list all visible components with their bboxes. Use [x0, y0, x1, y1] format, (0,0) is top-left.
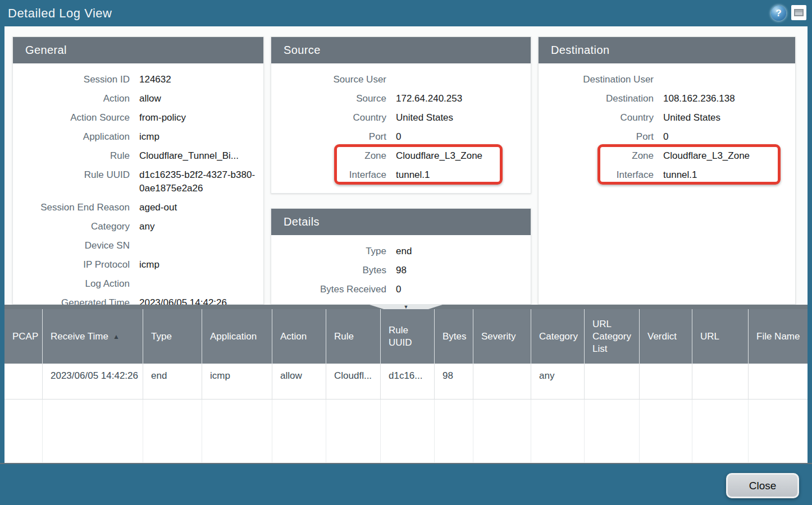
restore-window-icon[interactable] [791, 5, 806, 20]
panel-table-splitter: ▼ [4, 305, 808, 309]
column-header-rule[interactable]: Rule [326, 309, 381, 364]
field-value: United States [663, 111, 795, 125]
field-value: 108.162.236.138 [663, 92, 795, 105]
close-button[interactable]: Close [726, 473, 799, 498]
log-table-row[interactable]: 2023/06/05 14:42:26 end icmp allow Cloud… [4, 364, 808, 400]
field-value: 172.64.240.253 [396, 92, 531, 105]
field-label: Device SN [13, 239, 130, 252]
field-row-zone: Zone Cloudflare_L3_Zone [271, 146, 531, 166]
field-value: any [139, 220, 263, 233]
field-value: 124632 [139, 73, 263, 86]
general-panel: General Session ID 124632 Action allow A… [12, 36, 264, 305]
field-value: aged-out [139, 201, 263, 214]
field-row-action: Action allow [13, 89, 263, 108]
dialog-titlebar: Detailed Log View ? [0, 0, 812, 26]
field-label: IP Protocol [13, 258, 130, 272]
field-row-session-end-reason: Session End Reason aged-out [13, 198, 263, 217]
field-label: Source User [271, 73, 386, 86]
destination-panel: Destination Destination User Destination… [538, 36, 796, 305]
log-table-empty-area [4, 400, 808, 462]
field-row-bytes-received: Bytes Received 0 [271, 280, 531, 299]
field-label: Log Action [13, 277, 130, 291]
field-value [139, 277, 263, 291]
field-value: allow [139, 92, 263, 105]
field-value: Cloudflare_L3_Zone [663, 149, 795, 163]
help-icon[interactable]: ? [771, 6, 786, 21]
dialog-footer: Close [0, 463, 812, 505]
field-row-type: Type end [271, 242, 531, 261]
field-value: tunnel.1 [396, 168, 531, 182]
destination-zone-highlight-group: Zone Cloudflare_L3_Zone Interface tunnel… [539, 146, 795, 185]
general-panel-title: General [13, 37, 263, 63]
source-zone-highlight-group: Zone Cloudflare_L3_Zone Interface tunnel… [271, 146, 531, 185]
column-header-type[interactable]: Type [143, 309, 202, 364]
field-row-destination: Destination 108.162.236.138 [539, 89, 795, 108]
field-row-interface: Interface tunnel.1 [539, 166, 795, 185]
details-panel-title: Details [271, 209, 531, 235]
field-row-country: Country United States [539, 108, 795, 127]
dialog-body: General Session ID 124632 Action allow A… [4, 26, 808, 305]
column-header-severity[interactable]: Severity [473, 309, 531, 364]
cell-file-name [749, 364, 808, 399]
source-panel-title: Source [271, 37, 531, 63]
field-label: Session End Reason [13, 201, 130, 214]
column-header-category[interactable]: Category [531, 309, 585, 364]
column-header-pcap[interactable]: PCAP [4, 309, 43, 364]
field-label: Zone [271, 149, 386, 163]
field-row-session-id: Session ID 124632 [13, 70, 263, 89]
cell-severity [473, 364, 531, 399]
field-row-device-sn: Device SN [13, 236, 263, 255]
cell-action: allow [272, 364, 326, 399]
column-header-action[interactable]: Action [272, 309, 326, 364]
column-header-rule-uuid[interactable]: Rule UUID [381, 309, 435, 364]
details-panel: Details Type end Bytes 98 Bytes Received… [271, 208, 531, 305]
field-label: Bytes Received [271, 283, 386, 296]
field-label: Source [271, 92, 386, 105]
field-row-bytes: Bytes 98 [271, 261, 531, 280]
field-label: Destination [539, 92, 654, 105]
column-header-url-category-list[interactable]: URL Category List [585, 309, 640, 364]
field-value [663, 73, 795, 86]
field-label: Port [271, 130, 386, 144]
field-value: 0 [396, 283, 531, 296]
column-header-file-name[interactable]: File Name [749, 309, 808, 364]
cell-type: end [143, 364, 202, 399]
field-value: United States [396, 111, 531, 125]
cell-rule: Cloudfl... [326, 364, 381, 399]
field-row-category: Category any [13, 217, 263, 236]
cell-url-category-list [585, 364, 640, 399]
field-label: Destination User [539, 73, 654, 86]
cell-url [692, 364, 749, 399]
field-value: 2023/06/05 14:42:26 [139, 296, 263, 305]
field-label: Generated Time [13, 296, 130, 305]
column-header-url[interactable]: URL [692, 309, 749, 364]
sort-ascending-icon: ▲ [113, 330, 120, 343]
field-value: icmp [139, 258, 263, 272]
field-label: Session ID [13, 73, 130, 86]
field-label: Rule UUID [13, 168, 130, 195]
column-header-receive-time[interactable]: Receive Time▲ [43, 309, 143, 364]
field-row-source: Source 172.64.240.253 [271, 89, 531, 108]
field-row-interface: Interface tunnel.1 [271, 166, 531, 185]
cell-bytes: 98 [435, 364, 473, 399]
field-value [139, 239, 263, 252]
column-header-bytes[interactable]: Bytes [435, 309, 473, 364]
field-value [396, 73, 531, 86]
field-label: Bytes [271, 264, 386, 277]
column-header-application[interactable]: Application [202, 309, 272, 364]
destination-panel-title: Destination [539, 37, 795, 63]
field-row-application: Application icmp [13, 127, 263, 146]
field-label: Zone [539, 149, 654, 163]
field-row-source-user: Source User [271, 70, 531, 89]
field-value: d1c16235-b2f2-4327-b380-0ae1875e2a26 [139, 168, 263, 195]
cell-application: icmp [202, 364, 272, 399]
dialog-title: Detailed Log View [8, 0, 112, 26]
field-row-rule-uuid: Rule UUID d1c16235-b2f2-4327-b380-0ae187… [13, 166, 263, 198]
field-label: Port [539, 130, 654, 144]
column-header-verdict[interactable]: Verdict [640, 309, 692, 364]
field-label: Category [13, 220, 130, 233]
field-label: Country [539, 111, 654, 125]
field-row-action-source: Action Source from-policy [13, 108, 263, 127]
field-row-ip-protocol: IP Protocol icmp [13, 255, 263, 274]
field-row-port: Port 0 [539, 127, 795, 146]
